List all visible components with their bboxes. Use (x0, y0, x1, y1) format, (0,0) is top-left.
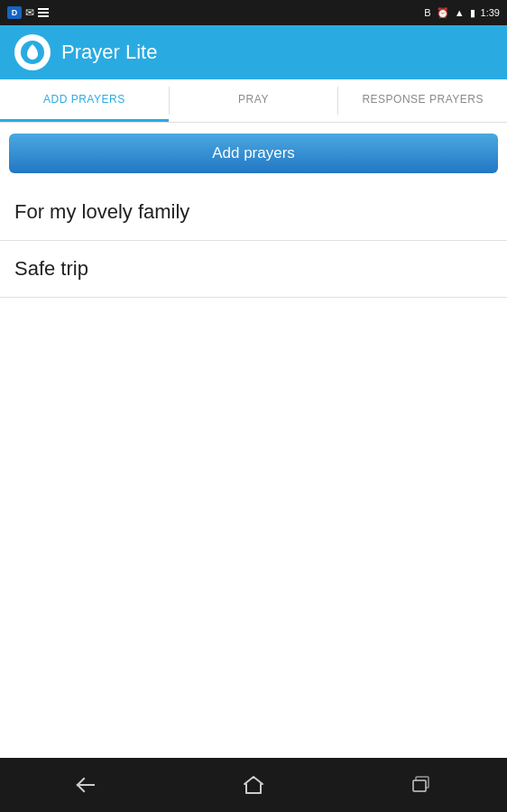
wifi-icon: ▲ (455, 7, 465, 18)
recents-button[interactable] (395, 767, 449, 803)
battery-icon: ▮ (470, 7, 475, 19)
app-logo-svg (20, 40, 45, 65)
prayer-list: For my lovely family Safe trip (0, 184, 507, 758)
tab-add-prayers[interactable]: ADD PRAYERS (0, 79, 169, 122)
status-bar-left: D ✉ (7, 6, 49, 19)
recents-icon (412, 775, 432, 795)
bars-icon (38, 8, 49, 17)
home-icon (243, 775, 264, 795)
tab-pray[interactable]: PRAY (170, 79, 338, 122)
mail-icon: ✉ (25, 6, 34, 19)
status-bar: D ✉ B ⏰ ▲ ▮ 1:39 (0, 0, 507, 25)
tab-response-prayers[interactable]: RESPONSE PRAYERS (338, 79, 507, 122)
prayer-item-1[interactable]: For my lovely family (0, 184, 507, 241)
nav-bar (0, 758, 507, 812)
add-prayers-button[interactable]: Add prayers (9, 134, 498, 173)
app-bar: Prayer Lite (0, 25, 507, 79)
home-button[interactable] (226, 767, 281, 803)
tab-bar: ADD PRAYERS PRAY RESPONSE PRAYERS (0, 79, 507, 123)
main-content: Add prayers For my lovely family Safe tr… (0, 123, 507, 758)
back-button[interactable] (58, 767, 112, 803)
app-logo (14, 34, 51, 70)
notification-icon: D (7, 6, 22, 19)
app-title: Prayer Lite (61, 41, 157, 64)
time-display: 1:39 (481, 7, 500, 18)
back-arrow-icon (75, 778, 95, 792)
bluetooth-icon: B (424, 7, 430, 18)
status-bar-right: B ⏰ ▲ ▮ 1:39 (424, 7, 500, 19)
alarm-icon: ⏰ (437, 7, 449, 19)
svg-rect-3 (413, 780, 426, 791)
prayer-item-2[interactable]: Safe trip (0, 241, 507, 298)
svg-marker-1 (244, 777, 263, 793)
